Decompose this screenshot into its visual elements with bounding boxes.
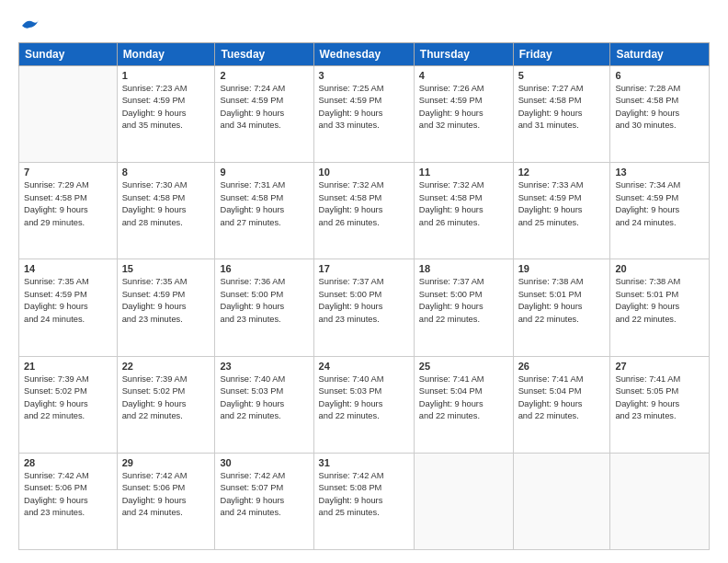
day-number: 18	[419, 263, 508, 274]
day-info: Sunrise: 7:42 AMSunset: 5:08 PMDaylight:…	[319, 470, 409, 520]
day-cell: 2Sunrise: 7:24 AMSunset: 4:59 PMDaylight…	[215, 66, 313, 163]
day-cell: 8Sunrise: 7:30 AMSunset: 4:58 PMDaylight…	[117, 163, 215, 259]
day-info: Sunrise: 7:38 AMSunset: 5:01 PMDaylight:…	[518, 276, 606, 326]
day-cell: 27Sunrise: 7:41 AMSunset: 5:05 PMDayligh…	[610, 356, 710, 453]
day-number: 22	[122, 361, 210, 372]
day-number: 31	[319, 457, 409, 468]
day-number: 19	[518, 263, 606, 274]
day-cell: 6Sunrise: 7:28 AMSunset: 4:58 PMDaylight…	[610, 66, 710, 163]
day-info: Sunrise: 7:28 AMSunset: 4:58 PMDaylight:…	[615, 83, 704, 132]
week-row-4: 21Sunrise: 7:39 AMSunset: 5:02 PMDayligh…	[19, 356, 710, 453]
day-info: Sunrise: 7:40 AMSunset: 5:03 PMDaylight:…	[220, 373, 308, 423]
day-info: Sunrise: 7:24 AMSunset: 4:59 PMDaylight:…	[220, 83, 308, 132]
day-cell: 19Sunrise: 7:38 AMSunset: 5:01 PMDayligh…	[513, 259, 610, 356]
calendar-table: SundayMondayTuesdayWednesdayThursdayFrid…	[18, 42, 710, 550]
day-info: Sunrise: 7:27 AMSunset: 4:58 PMDaylight:…	[518, 83, 606, 132]
day-number: 8	[122, 167, 210, 178]
day-cell: 18Sunrise: 7:37 AMSunset: 5:00 PMDayligh…	[414, 259, 513, 356]
day-number: 21	[24, 361, 112, 372]
day-header-thursday: Thursday	[414, 43, 513, 66]
day-cell: 5Sunrise: 7:27 AMSunset: 4:58 PMDaylight…	[513, 66, 610, 163]
day-number: 20	[615, 263, 704, 274]
day-header-monday: Monday	[117, 43, 215, 66]
day-cell: 4Sunrise: 7:26 AMSunset: 4:59 PMDaylight…	[414, 66, 513, 163]
day-number: 9	[220, 167, 308, 178]
day-cell: 23Sunrise: 7:40 AMSunset: 5:03 PMDayligh…	[215, 356, 313, 453]
header	[18, 17, 710, 33]
day-cell: 14Sunrise: 7:35 AMSunset: 4:59 PMDayligh…	[19, 259, 118, 356]
day-number: 11	[419, 167, 508, 178]
day-info: Sunrise: 7:32 AMSunset: 4:58 PMDaylight:…	[319, 179, 409, 229]
day-cell: 16Sunrise: 7:36 AMSunset: 5:00 PMDayligh…	[215, 259, 313, 356]
day-cell: 24Sunrise: 7:40 AMSunset: 5:03 PMDayligh…	[313, 356, 414, 453]
day-number: 16	[220, 263, 308, 274]
day-number: 10	[319, 167, 409, 178]
page: SundayMondayTuesdayWednesdayThursdayFrid…	[0, 0, 728, 563]
day-cell	[610, 453, 710, 549]
day-cell: 10Sunrise: 7:32 AMSunset: 4:58 PMDayligh…	[313, 163, 414, 259]
day-header-saturday: Saturday	[610, 43, 710, 66]
day-info: Sunrise: 7:37 AMSunset: 5:00 PMDaylight:…	[419, 276, 508, 326]
day-cell: 25Sunrise: 7:41 AMSunset: 5:04 PMDayligh…	[414, 356, 513, 453]
day-header-tuesday: Tuesday	[215, 43, 313, 66]
day-number: 5	[518, 70, 606, 81]
day-number: 26	[518, 361, 606, 372]
day-info: Sunrise: 7:42 AMSunset: 5:06 PMDaylight:…	[122, 470, 210, 520]
day-cell: 15Sunrise: 7:35 AMSunset: 4:59 PMDayligh…	[117, 259, 215, 356]
day-number: 23	[220, 361, 308, 372]
day-number: 24	[319, 361, 409, 372]
day-header-sunday: Sunday	[19, 43, 118, 66]
day-cell: 22Sunrise: 7:39 AMSunset: 5:02 PMDayligh…	[117, 356, 215, 453]
day-number: 25	[419, 361, 508, 372]
day-cell	[414, 453, 513, 549]
day-cell: 12Sunrise: 7:33 AMSunset: 4:59 PMDayligh…	[513, 163, 610, 259]
logo	[18, 17, 40, 33]
day-cell: 20Sunrise: 7:38 AMSunset: 5:01 PMDayligh…	[610, 259, 710, 356]
day-info: Sunrise: 7:39 AMSunset: 5:02 PMDaylight:…	[24, 373, 112, 423]
day-cell: 30Sunrise: 7:42 AMSunset: 5:07 PMDayligh…	[215, 453, 313, 549]
day-cell: 9Sunrise: 7:31 AMSunset: 4:58 PMDaylight…	[215, 163, 313, 259]
header-row: SundayMondayTuesdayWednesdayThursdayFrid…	[19, 43, 710, 66]
day-number: 17	[319, 263, 409, 274]
day-number: 12	[518, 167, 606, 178]
day-number: 4	[419, 70, 508, 81]
day-number: 6	[615, 70, 704, 81]
week-row-2: 7Sunrise: 7:29 AMSunset: 4:58 PMDaylight…	[19, 163, 710, 259]
day-cell: 29Sunrise: 7:42 AMSunset: 5:06 PMDayligh…	[117, 453, 215, 549]
day-cell: 3Sunrise: 7:25 AMSunset: 4:59 PMDaylight…	[313, 66, 414, 163]
day-info: Sunrise: 7:41 AMSunset: 5:04 PMDaylight:…	[518, 373, 606, 423]
day-info: Sunrise: 7:41 AMSunset: 5:05 PMDaylight:…	[615, 373, 704, 423]
day-number: 3	[319, 70, 409, 81]
day-header-friday: Friday	[513, 43, 610, 66]
day-info: Sunrise: 7:37 AMSunset: 5:00 PMDaylight:…	[319, 276, 409, 326]
day-info: Sunrise: 7:42 AMSunset: 5:06 PMDaylight:…	[24, 470, 112, 520]
day-number: 7	[24, 167, 112, 178]
day-cell: 7Sunrise: 7:29 AMSunset: 4:58 PMDaylight…	[19, 163, 118, 259]
day-info: Sunrise: 7:26 AMSunset: 4:59 PMDaylight:…	[419, 83, 508, 132]
day-info: Sunrise: 7:38 AMSunset: 5:01 PMDaylight:…	[615, 276, 704, 326]
day-cell: 17Sunrise: 7:37 AMSunset: 5:00 PMDayligh…	[313, 259, 414, 356]
logo-bird-icon	[20, 17, 40, 33]
day-info: Sunrise: 7:32 AMSunset: 4:58 PMDaylight:…	[419, 179, 508, 229]
day-info: Sunrise: 7:33 AMSunset: 4:59 PMDaylight:…	[518, 179, 606, 229]
day-cell: 31Sunrise: 7:42 AMSunset: 5:08 PMDayligh…	[313, 453, 414, 549]
day-info: Sunrise: 7:23 AMSunset: 4:59 PMDaylight:…	[122, 83, 210, 132]
day-info: Sunrise: 7:36 AMSunset: 5:00 PMDaylight:…	[220, 276, 308, 326]
day-cell	[19, 66, 118, 163]
day-cell: 13Sunrise: 7:34 AMSunset: 4:59 PMDayligh…	[610, 163, 710, 259]
day-number: 29	[122, 457, 210, 468]
day-number: 14	[24, 263, 112, 274]
day-number: 28	[24, 457, 112, 468]
day-number: 1	[122, 70, 210, 81]
day-info: Sunrise: 7:31 AMSunset: 4:58 PMDaylight:…	[220, 179, 308, 229]
day-info: Sunrise: 7:34 AMSunset: 4:59 PMDaylight:…	[615, 179, 704, 229]
day-cell: 11Sunrise: 7:32 AMSunset: 4:58 PMDayligh…	[414, 163, 513, 259]
day-number: 2	[220, 70, 308, 81]
day-cell: 21Sunrise: 7:39 AMSunset: 5:02 PMDayligh…	[19, 356, 118, 453]
week-row-1: 1Sunrise: 7:23 AMSunset: 4:59 PMDaylight…	[19, 66, 710, 163]
day-number: 27	[615, 361, 704, 372]
week-row-3: 14Sunrise: 7:35 AMSunset: 4:59 PMDayligh…	[19, 259, 710, 356]
day-header-wednesday: Wednesday	[313, 43, 414, 66]
day-info: Sunrise: 7:35 AMSunset: 4:59 PMDaylight:…	[24, 276, 112, 326]
day-info: Sunrise: 7:39 AMSunset: 5:02 PMDaylight:…	[122, 373, 210, 423]
